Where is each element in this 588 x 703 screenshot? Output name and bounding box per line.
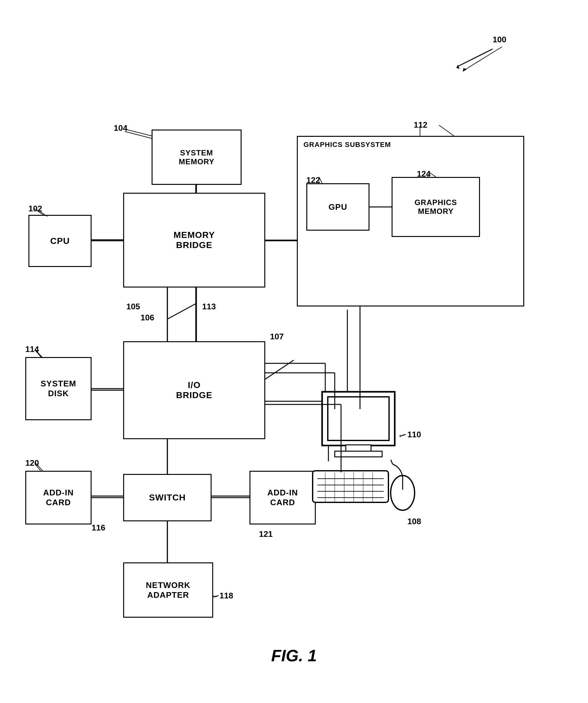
switch-box: SWITCH — [123, 474, 212, 521]
svg-line-67 — [439, 125, 455, 137]
svg-line-63 — [464, 47, 502, 70]
svg-marker-64 — [463, 68, 467, 72]
system-disk-box: SYSTEMDISK — [25, 357, 92, 420]
svg-line-26 — [215, 597, 216, 597]
label-124: 124 — [417, 169, 430, 179]
memory-bridge-box: MEMORYBRIDGE — [123, 193, 265, 288]
keyboard-mouse-icon — [310, 458, 417, 521]
svg-marker-73 — [213, 595, 214, 598]
label-113: 113 — [202, 302, 216, 312]
label-110: 110 — [407, 430, 421, 440]
label-116: 116 — [92, 523, 105, 533]
label-105: 105 — [126, 302, 140, 312]
network-adapter-box: NETWORKADAPTER — [123, 562, 213, 618]
label-120: 120 — [25, 458, 39, 468]
svg-marker-17 — [456, 65, 459, 69]
add-in-card-right-box: ADD-INCARD — [249, 471, 316, 525]
svg-line-52 — [265, 360, 294, 379]
label-114: 114 — [25, 344, 39, 354]
label-112: 112 — [414, 120, 427, 130]
label-122: 122 — [306, 175, 320, 185]
svg-rect-28 — [328, 397, 389, 441]
svg-line-72 — [214, 596, 219, 597]
all-lines — [0, 0, 588, 703]
label-118: 118 — [220, 591, 233, 601]
figure-caption: FIG. 1 — [271, 646, 317, 665]
cpu-box: CPU — [28, 215, 92, 267]
gpu-box: GPU — [306, 183, 369, 231]
add-in-card-left-box: ADD-INCARD — [25, 471, 92, 525]
graphics-memory-box: GRAPHICSMEMORY — [392, 177, 480, 237]
label-108: 108 — [407, 517, 421, 526]
connection-lines — [0, 0, 588, 703]
io-bridge-box: I/OBRIDGE — [123, 341, 265, 439]
ref-100: 100 — [493, 35, 506, 45]
svg-rect-30 — [335, 451, 382, 457]
svg-line-18 — [126, 130, 152, 136]
diagram: 100 SYSTEMMEMORY 104 CPU 102 MEMORYBRIDG… — [0, 0, 588, 703]
label-106: 106 — [141, 313, 154, 323]
label-107: 107 — [270, 332, 283, 341]
svg-line-65 — [125, 132, 152, 138]
system-memory-box: SYSTEMMEMORY — [152, 130, 242, 185]
label-121: 121 — [259, 529, 272, 539]
svg-line-16 — [458, 49, 493, 66]
label-102: 102 — [28, 204, 42, 214]
svg-line-51 — [167, 303, 196, 319]
label-104: 104 — [114, 123, 127, 133]
